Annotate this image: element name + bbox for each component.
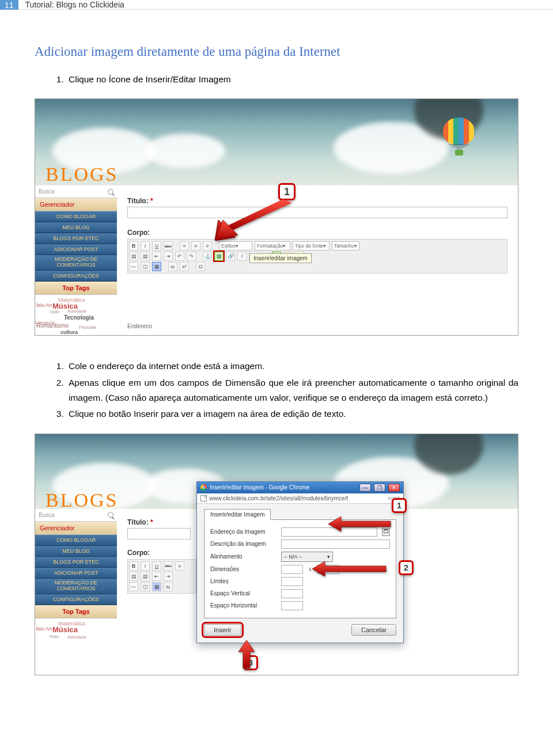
select-alinhamento[interactable]: -- N/A --▾ bbox=[281, 552, 333, 562]
sidebar-item-moderacao[interactable]: MODERAÇÃO DE COMENTÁRIOS bbox=[35, 255, 117, 271]
titulo-label: Título: * bbox=[127, 197, 507, 205]
callout-popup-1: 1 bbox=[392, 498, 407, 513]
italic-button[interactable]: I bbox=[141, 241, 150, 250]
align-center-button[interactable]: ≡ bbox=[191, 241, 200, 250]
link-button[interactable]: 🔗 bbox=[226, 252, 235, 261]
sidebar-item-como-blogar-2[interactable]: COMO BLOGAR bbox=[35, 535, 117, 546]
strike-button-2[interactable]: abc bbox=[164, 561, 173, 571]
arrow-popup-1 bbox=[328, 516, 392, 531]
dialog-tab[interactable]: Inserir/editar Imagem bbox=[204, 509, 271, 520]
sidebar-item-config[interactable]: CONFIGURAÇÕES bbox=[35, 271, 117, 282]
sub-button-2[interactable]: x₂ bbox=[164, 582, 173, 591]
align-right-button[interactable]: ≡ bbox=[203, 241, 212, 250]
tag-cultura[interactable]: cultura bbox=[60, 329, 78, 335]
search-input-2[interactable]: Busca bbox=[35, 509, 117, 522]
tag-musica-2[interactable]: Música bbox=[52, 625, 78, 634]
size-select[interactable]: Tamanho▾ bbox=[332, 241, 359, 250]
tag-visao-2[interactable]: Visão bbox=[49, 635, 59, 639]
font-select[interactable]: Tipo de fonte▾ bbox=[293, 241, 329, 250]
table-button-2[interactable]: ▦ bbox=[152, 582, 161, 591]
undo-button[interactable]: ↶ bbox=[175, 252, 184, 261]
callout-1: 1 bbox=[278, 183, 296, 200]
tag-atividade[interactable]: Atividade bbox=[67, 309, 86, 314]
ul-button[interactable]: ▤ bbox=[129, 252, 138, 261]
outdent-button[interactable]: ⇤ bbox=[152, 252, 161, 261]
sidebar-item-meu-blog-2[interactable]: MEU BLOG bbox=[35, 546, 117, 557]
align-left-button[interactable]: ≡ bbox=[180, 241, 189, 250]
sidebar-item-como-blogar[interactable]: COMO BLOGAR bbox=[35, 211, 117, 222]
tag-romantismo[interactable]: Romantismo bbox=[36, 322, 69, 329]
sidebar-item-blogs-por-etec-2[interactable]: BLOGS POR ETEC bbox=[35, 557, 117, 568]
format-select[interactable]: Formatação▾ bbox=[255, 241, 290, 250]
sidebar-item-blogs-por-etec[interactable]: BLOGS POR ETEC bbox=[35, 233, 117, 244]
endereco-label: Endereco bbox=[127, 323, 507, 329]
input-espv[interactable] bbox=[281, 589, 303, 598]
sub-button[interactable]: x₂ bbox=[168, 262, 177, 271]
titulo-input-2[interactable] bbox=[127, 528, 191, 540]
step-list-2: Cole o endereço da internet onde está a … bbox=[35, 359, 518, 421]
italic-button-2[interactable]: I bbox=[141, 561, 150, 571]
anchor-button[interactable]: ⚓ bbox=[203, 252, 212, 261]
titulo-input[interactable] bbox=[127, 207, 507, 218]
omega-button[interactable]: Ω bbox=[196, 262, 205, 271]
tag-tecnologia[interactable]: Tecnologia bbox=[64, 314, 94, 321]
sidebar-gerenciador[interactable]: Gerenciador bbox=[35, 198, 117, 211]
tag-meio-2[interactable]: leio An bbox=[36, 626, 52, 632]
strike-button[interactable]: abc bbox=[164, 241, 173, 250]
eraser-button-2[interactable]: ◫ bbox=[141, 582, 150, 591]
figure-2: BLOGS Busca Gerenciador COMO BLOGAR MEU … bbox=[35, 434, 518, 675]
ital-button[interactable]: I bbox=[237, 252, 247, 261]
tag-filosofia[interactable]: Filosofia bbox=[79, 325, 96, 330]
input-descricao[interactable] bbox=[281, 540, 390, 549]
sidebar: Busca Gerenciador COMO BLOGAR MEU BLOG B… bbox=[35, 185, 117, 335]
close-button[interactable]: ✕ bbox=[388, 484, 400, 492]
svg-marker-5 bbox=[238, 640, 255, 668]
indent-button[interactable]: ⇥ bbox=[164, 252, 173, 261]
ol-button[interactable]: ▤ bbox=[141, 252, 150, 261]
sidebar-top-tags[interactable]: Top Tags bbox=[35, 282, 117, 295]
tooltip-insert-image: Inserir/editar imagem bbox=[249, 253, 312, 263]
input-limites[interactable] bbox=[281, 577, 303, 586]
minimize-button[interactable]: — bbox=[359, 484, 371, 492]
sidebar-gerenciador-2[interactable]: Gerenciador bbox=[35, 522, 117, 535]
redo-button[interactable]: ↷ bbox=[187, 252, 196, 261]
bold-button-2[interactable]: B bbox=[129, 561, 138, 571]
tag-meio[interactable]: leio An bbox=[36, 302, 52, 308]
ul-button-2[interactable]: ▤ bbox=[129, 572, 138, 581]
table-button[interactable]: ▦ bbox=[152, 262, 161, 271]
arrow-popup-2 bbox=[312, 561, 387, 576]
svg-marker-4 bbox=[312, 561, 386, 576]
step2-1: Cole o endereço da internet onde está a … bbox=[66, 359, 518, 374]
input-dim-w[interactable] bbox=[281, 565, 303, 574]
align-button-2[interactable]: ≡ bbox=[175, 561, 184, 571]
sidebar-item-moderacao-2[interactable]: MODERAÇÃO DE COMENTÁRIOS bbox=[35, 579, 117, 594]
dialog-title: Inserir/editar imagem - Google Chrome bbox=[210, 484, 309, 491]
label-descricao: Descrição da imagem bbox=[210, 541, 276, 547]
underline-button-2[interactable]: U bbox=[152, 561, 161, 571]
styles-select[interactable]: Estilos▾ bbox=[219, 241, 252, 250]
eraser-button[interactable]: ◫ bbox=[141, 262, 150, 271]
cancelar-button[interactable]: Cancelar bbox=[351, 624, 396, 636]
tag-visao[interactable]: Visão bbox=[50, 310, 59, 314]
tag-atividade-2[interactable]: Atividade bbox=[67, 635, 86, 640]
maximize-button[interactable]: ❐ bbox=[374, 484, 385, 492]
bold-button[interactable]: B bbox=[129, 241, 138, 250]
sidebar-item-config-2[interactable]: CONFIGURAÇÕES bbox=[35, 594, 117, 605]
input-esph[interactable] bbox=[281, 601, 303, 610]
sup-button[interactable]: x² bbox=[180, 262, 189, 271]
sidebar-item-adicionar-post[interactable]: ADICIONAR POST bbox=[35, 244, 117, 255]
sidebar-item-adicionar-post-2[interactable]: ADICIONAR POST bbox=[35, 568, 117, 579]
inserir-button[interactable]: Inserir bbox=[204, 624, 241, 636]
indent-button-2[interactable]: ⇥ bbox=[164, 572, 173, 581]
sidebar-item-meu-blog[interactable]: MEU BLOG bbox=[35, 222, 117, 233]
label-limites: Limites bbox=[210, 578, 276, 584]
search-input[interactable]: Busca bbox=[35, 185, 117, 198]
sidebar-top-tags-2[interactable]: Top Tags bbox=[35, 605, 117, 618]
hr-button[interactable]: — bbox=[129, 262, 138, 271]
hr-button-2[interactable]: — bbox=[129, 582, 138, 591]
outdent-button-2[interactable]: ⇤ bbox=[152, 572, 161, 581]
ol-button-2[interactable]: ▤ bbox=[141, 572, 150, 581]
insert-image-button[interactable]: ▧ bbox=[214, 252, 224, 261]
underline-button[interactable]: U bbox=[152, 241, 161, 250]
search-placeholder: Busca bbox=[39, 188, 108, 195]
